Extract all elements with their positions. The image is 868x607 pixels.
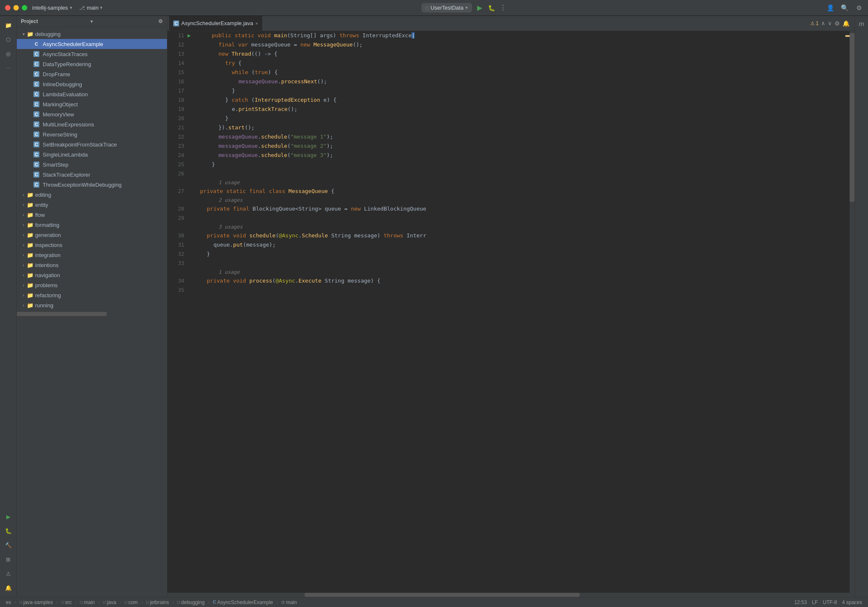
editor-horizontal-scrollbar[interactable] [167, 593, 855, 597]
tree-item-LambdaEvaluation[interactable]: C LambdaEvaluation [17, 89, 167, 99]
tree-arrow-running: › [20, 302, 27, 309]
code-line-11: public static void main(String[] args) t… [197, 31, 844, 40]
tree-item-ThrowExceptionWhileDebugging[interactable]: C ThrowExceptionWhileDebugging [17, 180, 167, 190]
debug-button[interactable]: 🐛 [487, 4, 496, 12]
editor-tabs-actions: ⚠ 1 ∧ ∨ ⚙ 🔔 [810, 20, 853, 27]
more-tools-button[interactable]: ··· [3, 62, 14, 74]
run-button[interactable]: ▶ [475, 4, 484, 12]
notifications-icon[interactable]: 🔔 [842, 20, 850, 27]
project-panel: Project ▾ ⚙ ▾ 📁 debugging C AsyncSchedul… [17, 16, 167, 597]
tree-scrollbar-horizontal[interactable] [17, 312, 167, 316]
debug-panel-button[interactable]: 🐛 [3, 525, 14, 537]
run-panel-button[interactable]: ▶ [3, 511, 14, 522]
tree-item-AsyncStackTraces[interactable]: C AsyncStackTraces [17, 49, 167, 59]
usage-hint-2usages: 2 usages [197, 196, 844, 204]
tree-item-AsyncSchedulerExample[interactable]: C AsyncSchedulerExample [17, 39, 167, 49]
statusbar-indent[interactable]: 4 spaces [840, 597, 865, 607]
tree-folder-generation[interactable]: › 📁 generation [17, 230, 167, 240]
statusbar-encoding[interactable]: UTF-8 [820, 597, 840, 607]
tree-folder-formatting[interactable]: › 📁 formatting [17, 220, 167, 230]
panel-settings-icon[interactable]: ⚙ [158, 18, 163, 24]
tab-close-button[interactable]: × [255, 21, 258, 26]
vcs-button[interactable]: ◎ [3, 48, 14, 59]
class-icon-MultiLineExpressions: C [33, 121, 39, 127]
close-button[interactable] [5, 5, 10, 10]
run-line-icon[interactable]: ▶ [187, 31, 195, 40]
terminal-button[interactable]: ⊞ [3, 553, 14, 565]
tree-arrow-refactoring: › [20, 292, 27, 298]
right-panel-icon-m[interactable]: m [856, 18, 868, 29]
tree-folder-inspections[interactable]: › 📁 inspections [17, 240, 167, 250]
navigate-up-button[interactable]: ∧ [821, 20, 825, 26]
right-scrollbar[interactable] [850, 31, 855, 593]
tree-item-SetBreakpointFromStackTrace[interactable]: C SetBreakpointFromStackTrace [17, 139, 167, 149]
more-actions-button[interactable]: ⋮ [499, 4, 507, 12]
tree-item-SingleLineLambda[interactable]: C SingleLineLambda [17, 149, 167, 159]
build-panel-button[interactable]: 🔨 [3, 539, 14, 551]
tree-item-InlineDebugging[interactable]: C InlineDebugging [17, 79, 167, 89]
statusbar-breadcrumb-main[interactable]: □ main [77, 597, 97, 607]
class-icon-DataTypeRendering: C [33, 61, 39, 67]
code-line-29 [197, 213, 844, 223]
run-gutter: ▶ [187, 31, 195, 593]
tree-folder-problems[interactable]: › 📁 problems [17, 280, 167, 290]
statusbar-breadcrumb-src[interactable]: □ src [59, 597, 74, 607]
editor-tab-AsyncSchedulerExample[interactable]: C AsyncSchedulerExample.java × [169, 16, 262, 31]
project-dropdown-arrow: ▾ [90, 19, 158, 24]
code-line-16: messageQueue.processNext(); [197, 77, 844, 86]
statusbar-breadcrumb-java[interactable]: □ java [101, 597, 119, 607]
statusbar-breadcrumb-java-samples[interactable]: □ java-samples [17, 597, 56, 607]
tree-folder-entity[interactable]: › 📁 entity [17, 200, 167, 210]
branch-name[interactable]: ⎇ main ▾ [79, 5, 103, 11]
tree-item-MarkingObject[interactable]: C MarkingObject [17, 99, 167, 109]
minimize-button[interactable] [13, 5, 19, 10]
class-icon-DropFrame: C [33, 71, 39, 77]
navigate-down-button[interactable]: ∨ [828, 20, 832, 26]
tree-item-ReverseString[interactable]: C ReverseString [17, 129, 167, 139]
account-icon[interactable]: 👤 [826, 4, 835, 12]
tree-folder-debugging[interactable]: ▾ 📁 debugging [17, 29, 167, 39]
code-content[interactable]: public static void main(String[] args) t… [195, 31, 844, 593]
tree-item-DataTypeRendering[interactable]: C DataTypeRendering [17, 59, 167, 69]
tree-folder-refactoring[interactable]: › 📁 refactoring [17, 290, 167, 300]
notifications-bottom-button[interactable]: 🔔 [3, 582, 14, 594]
folder-icon-integration: 📁 [27, 252, 33, 258]
tree-item-MemoryView[interactable]: C MemoryView [17, 109, 167, 119]
tree-item-StackTraceExplorer[interactable]: C StackTraceExplorer [17, 170, 167, 180]
tree-folder-editing[interactable]: › 📁 editing [17, 190, 167, 200]
tree-item-MultiLineExpressions[interactable]: C MultiLineExpressions [17, 119, 167, 129]
class-icon-InlineDebugging: C [33, 81, 39, 87]
statusbar-breadcrumb-main-method[interactable]: ⊙ main [279, 597, 299, 607]
tree-folder-intentions[interactable]: › 📁 intentions [17, 260, 167, 270]
class-icon-SingleLineLambda: C [33, 152, 39, 157]
code-line-22: messageQueue.schedule("message 1"); [197, 132, 844, 141]
statusbar-breadcrumb-es[interactable]: es [3, 597, 14, 607]
commit-button[interactable]: ⬡ [3, 33, 14, 45]
run-config[interactable]: □ UserTestData ▾ [421, 3, 472, 13]
search-icon[interactable]: 🔍 [840, 4, 849, 12]
tree-folder-navigation[interactable]: › 📁 navigation [17, 270, 167, 280]
code-line-20: } [197, 114, 844, 123]
tree-item-SmartStep[interactable]: C SmartStep [17, 159, 167, 170]
project-name[interactable]: intellij-samples ▾ [32, 5, 72, 11]
tree-folder-integration[interactable]: › 📁 integration [17, 250, 167, 260]
settings-icon[interactable]: ⚙ [855, 4, 863, 12]
tree-folder-flow[interactable]: › 📁 flow [17, 210, 167, 220]
statusbar-breadcrumb-com[interactable]: □ com [122, 597, 141, 607]
statusbar-lf[interactable]: LF [809, 597, 820, 607]
tree-item-DropFrame[interactable]: C DropFrame [17, 69, 167, 79]
statusbar-time[interactable]: 12:53 [792, 597, 809, 607]
statusbar-breadcrumb-debugging[interactable]: □ debugging [175, 597, 207, 607]
statusbar-breadcrumb-jetbrains[interactable]: □ jetbrains [144, 597, 171, 607]
editor-settings-icon[interactable]: ⚙ [835, 20, 840, 27]
code-line-21: }).start(); [197, 123, 844, 132]
project-view-button[interactable]: 📁 [3, 19, 14, 31]
warning-badge: ⚠ 1 [810, 21, 819, 26]
maximize-button[interactable] [22, 5, 27, 10]
statusbar-breadcrumb-AsyncSchedulerExample[interactable]: C AsyncSchedulerExample [211, 597, 276, 607]
problems-button[interactable]: ⚠ [3, 568, 14, 579]
folder-icon-editing: 📁 [27, 191, 33, 198]
titlebar: intellij-samples ▾ ⎇ main ▾ □ UserTestDa… [0, 0, 868, 16]
class-icon-ThrowExceptionWhileDebugging: C [33, 182, 39, 188]
tree-folder-running[interactable]: › 📁 running [17, 300, 167, 310]
